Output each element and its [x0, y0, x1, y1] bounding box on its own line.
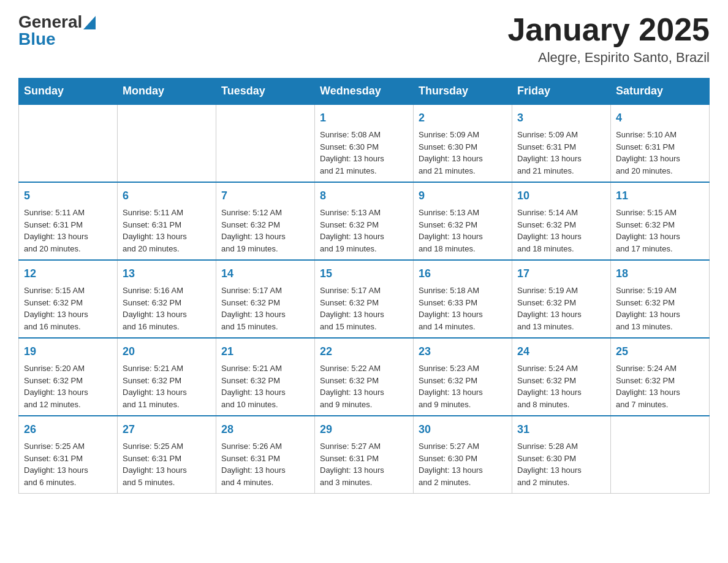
- day-number: 29: [320, 421, 408, 438]
- day-info: Sunrise: 5:18 AM: [419, 285, 507, 297]
- day-info: Daylight: 13 hours: [419, 308, 507, 321]
- weekday-header-thursday: Thursday: [414, 79, 512, 105]
- day-info: and 20 minutes.: [616, 165, 704, 177]
- calendar-week-row: 26Sunrise: 5:25 AMSunset: 6:31 PMDayligh…: [19, 416, 710, 494]
- day-number: 4: [616, 110, 704, 126]
- day-info: and 6 minutes.: [24, 477, 112, 489]
- calendar-cell: 4Sunrise: 5:10 AMSunset: 6:31 PMDaylight…: [611, 104, 710, 182]
- day-info: Daylight: 13 hours: [419, 153, 507, 165]
- calendar-cell: 23Sunrise: 5:23 AMSunset: 6:32 PMDayligh…: [414, 338, 512, 416]
- day-info: Sunset: 6:31 PM: [221, 453, 309, 465]
- day-info: Sunset: 6:32 PM: [517, 219, 605, 231]
- day-info: Daylight: 13 hours: [24, 231, 112, 243]
- day-info: and 2 minutes.: [517, 477, 605, 489]
- day-info: and 19 minutes.: [221, 243, 309, 255]
- day-number: 23: [419, 343, 507, 360]
- day-info: Sunrise: 5:22 AM: [320, 362, 408, 375]
- day-info: Sunset: 6:30 PM: [320, 141, 408, 153]
- calendar-week-row: 5Sunrise: 5:11 AMSunset: 6:31 PMDaylight…: [19, 182, 710, 260]
- calendar-cell: 5Sunrise: 5:11 AMSunset: 6:31 PMDaylight…: [19, 182, 118, 260]
- day-info: and 7 minutes.: [616, 399, 704, 411]
- day-info: Sunset: 6:32 PM: [517, 297, 605, 309]
- day-info: and 9 minutes.: [320, 399, 408, 411]
- calendar-cell: 8Sunrise: 5:13 AMSunset: 6:32 PMDaylight…: [315, 182, 414, 260]
- day-number: 15: [320, 266, 408, 282]
- day-info: Sunrise: 5:27 AM: [320, 440, 408, 453]
- day-info: Sunset: 6:32 PM: [123, 297, 211, 309]
- day-info: and 15 minutes.: [221, 321, 309, 333]
- day-number: 14: [221, 266, 309, 282]
- day-number: 18: [616, 266, 704, 282]
- day-info: and 16 minutes.: [123, 321, 211, 333]
- day-number: 7: [221, 188, 309, 204]
- day-info: Daylight: 13 hours: [616, 308, 704, 321]
- day-info: Sunrise: 5:11 AM: [123, 207, 211, 219]
- calendar-cell: 9Sunrise: 5:13 AMSunset: 6:32 PMDaylight…: [414, 182, 512, 260]
- day-info: and 21 minutes.: [419, 165, 507, 177]
- calendar-cell: 29Sunrise: 5:27 AMSunset: 6:31 PMDayligh…: [315, 416, 414, 494]
- day-info: and 20 minutes.: [24, 243, 112, 255]
- day-info: and 4 minutes.: [221, 477, 309, 489]
- day-info: Sunset: 6:32 PM: [419, 375, 507, 387]
- title-block: January 2025 Alegre, Espirito Santo, Bra…: [507, 12, 710, 66]
- day-info: Daylight: 13 hours: [123, 231, 211, 243]
- day-info: and 20 minutes.: [123, 243, 211, 255]
- day-info: Sunrise: 5:21 AM: [123, 362, 211, 375]
- day-number: 25: [616, 343, 704, 360]
- day-info: Sunset: 6:30 PM: [419, 141, 507, 153]
- day-number: 27: [123, 421, 211, 438]
- day-info: Sunset: 6:30 PM: [517, 453, 605, 465]
- weekday-header-friday: Friday: [512, 79, 611, 105]
- day-number: 8: [320, 188, 408, 204]
- day-info: Sunset: 6:32 PM: [24, 375, 112, 387]
- day-info: Daylight: 13 hours: [616, 386, 704, 399]
- day-info: and 18 minutes.: [419, 243, 507, 255]
- day-info: Sunset: 6:32 PM: [616, 375, 704, 387]
- day-info: and 18 minutes.: [517, 243, 605, 255]
- day-info: and 14 minutes.: [419, 321, 507, 333]
- day-info: Sunrise: 5:15 AM: [24, 285, 112, 297]
- calendar-header-row: SundayMondayTuesdayWednesdayThursdayFrid…: [19, 79, 710, 105]
- day-info: Daylight: 13 hours: [419, 464, 507, 477]
- calendar-cell: 21Sunrise: 5:21 AMSunset: 6:32 PMDayligh…: [216, 338, 315, 416]
- calendar-cell: 16Sunrise: 5:18 AMSunset: 6:33 PMDayligh…: [414, 260, 512, 338]
- day-info: and 2 minutes.: [419, 477, 507, 489]
- day-info: and 10 minutes.: [221, 399, 309, 411]
- day-info: Daylight: 13 hours: [517, 231, 605, 243]
- calendar-cell: 28Sunrise: 5:26 AMSunset: 6:31 PMDayligh…: [216, 416, 315, 494]
- calendar-cell: 22Sunrise: 5:22 AMSunset: 6:32 PMDayligh…: [315, 338, 414, 416]
- day-info: Sunset: 6:31 PM: [123, 453, 211, 465]
- day-info: and 13 minutes.: [616, 321, 704, 333]
- day-info: Daylight: 13 hours: [517, 308, 605, 321]
- day-info: Daylight: 13 hours: [616, 153, 704, 165]
- day-info: and 5 minutes.: [123, 477, 211, 489]
- day-info: and 11 minutes.: [123, 399, 211, 411]
- day-info: Daylight: 13 hours: [517, 464, 605, 477]
- day-number: 3: [517, 110, 605, 126]
- calendar-cell: 12Sunrise: 5:15 AMSunset: 6:32 PMDayligh…: [19, 260, 118, 338]
- day-number: 9: [419, 188, 507, 204]
- day-number: 1: [320, 110, 408, 126]
- day-number: 11: [616, 188, 704, 204]
- day-info: Daylight: 13 hours: [320, 386, 408, 399]
- day-info: Sunset: 6:31 PM: [24, 219, 112, 231]
- weekday-header-saturday: Saturday: [611, 79, 710, 105]
- calendar-cell: [118, 104, 216, 182]
- day-number: 30: [419, 421, 507, 438]
- day-info: Sunrise: 5:13 AM: [320, 207, 408, 219]
- day-info: Daylight: 13 hours: [320, 153, 408, 165]
- day-info: Sunrise: 5:15 AM: [616, 207, 704, 219]
- day-info: Sunset: 6:31 PM: [517, 141, 605, 153]
- day-info: Sunrise: 5:17 AM: [221, 285, 309, 297]
- day-info: Sunset: 6:31 PM: [123, 219, 211, 231]
- day-info: Daylight: 13 hours: [24, 386, 112, 399]
- day-number: 12: [24, 266, 112, 282]
- day-info: and 16 minutes.: [24, 321, 112, 333]
- day-info: Daylight: 13 hours: [123, 386, 211, 399]
- day-info: Daylight: 13 hours: [616, 231, 704, 243]
- weekday-header-tuesday: Tuesday: [216, 79, 315, 105]
- day-info: Sunset: 6:32 PM: [616, 297, 704, 309]
- day-info: Daylight: 13 hours: [123, 308, 211, 321]
- svg-marker-0: [83, 16, 96, 29]
- day-info: Sunset: 6:30 PM: [419, 453, 507, 465]
